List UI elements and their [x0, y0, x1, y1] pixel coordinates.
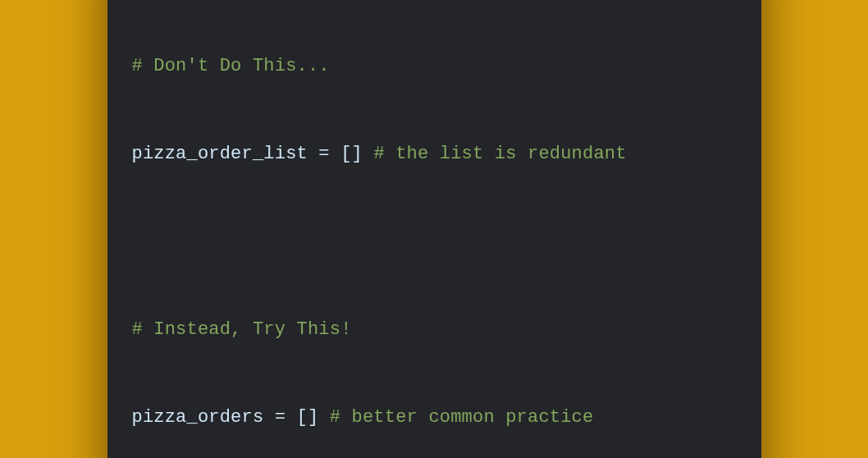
operator: =: [308, 144, 340, 164]
comment-text: # Don't Do This...: [132, 56, 330, 76]
variable-name: pizza_orders: [132, 407, 264, 428]
bracket: []: [297, 407, 319, 428]
comment-text: # the list is redundant: [373, 144, 626, 164]
code-line-3: # Instead, Try This!: [132, 315, 737, 345]
space: [318, 407, 329, 428]
code-line-2: pizza_order_list = [] # the list is redu…: [132, 140, 737, 169]
variable-name: pizza_order_list: [132, 144, 308, 164]
code-block: # Don't Do This... pizza_order_list = []…: [132, 0, 737, 458]
code-line-4: pizza_orders = [] # better common practi…: [132, 403, 737, 433]
code-line-1: # Don't Do This...: [132, 52, 737, 81]
comment-text: # Instead, Try This!: [132, 319, 352, 340]
blank-line: [132, 227, 737, 257]
space: [363, 144, 373, 164]
code-window: # Don't Do This... pizza_order_list = []…: [107, 0, 761, 458]
bracket: []: [340, 144, 363, 164]
operator: =: [263, 407, 296, 428]
comment-text: # better common practice: [330, 407, 594, 428]
